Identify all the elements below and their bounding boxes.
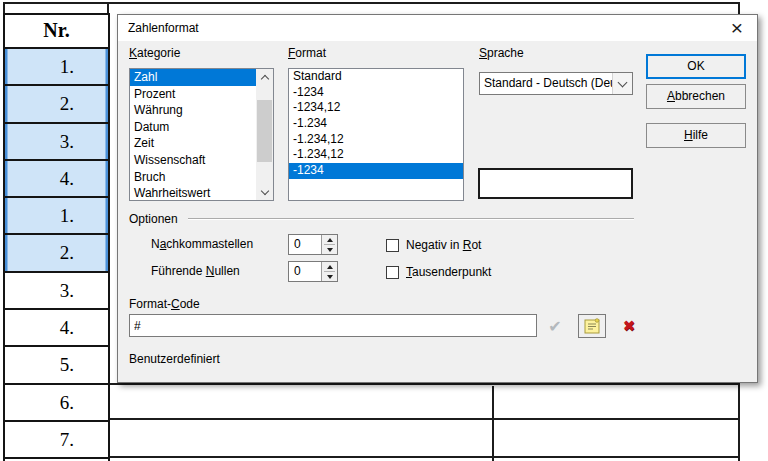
format-preview-box bbox=[478, 168, 633, 199]
kategorie-scrollbar[interactable] bbox=[256, 69, 273, 200]
grid-line bbox=[108, 418, 740, 420]
help-button[interactable]: Hilfe bbox=[646, 123, 746, 148]
format-code-label: Format-Code bbox=[129, 297, 200, 311]
leading-zeros-stepper[interactable]: 0 bbox=[288, 261, 338, 282]
ok-button[interactable]: OK bbox=[646, 54, 746, 79]
table-row[interactable]: 3. bbox=[5, 273, 108, 310]
delete-icon: ✖ bbox=[623, 317, 636, 335]
kategorie-item[interactable]: Währung bbox=[130, 102, 256, 119]
kategorie-item[interactable]: Wissenschaft bbox=[130, 152, 256, 169]
spin-up-icon[interactable] bbox=[322, 235, 337, 244]
format-item[interactable]: -1234 bbox=[289, 163, 463, 179]
kategorie-item[interactable]: Zahl bbox=[130, 69, 256, 86]
scrollbar-thumb[interactable] bbox=[257, 100, 272, 162]
checkmark-icon: ✔ bbox=[548, 317, 561, 336]
format-item[interactable]: -1234,12 bbox=[289, 100, 463, 116]
format-label: Format bbox=[288, 46, 326, 60]
language-select[interactable]: Standard - Deutsch (Deut bbox=[479, 72, 633, 95]
kategorie-item[interactable]: Bruch bbox=[130, 169, 256, 186]
thousands-separator-checkbox[interactable] bbox=[386, 266, 399, 279]
format-code-input[interactable] bbox=[129, 314, 537, 337]
thousands-separator-label: Tausenderpunkt bbox=[406, 265, 491, 279]
grid-line bbox=[108, 383, 740, 385]
table-row[interactable]: 2. bbox=[5, 235, 108, 272]
table-row[interactable]: 4. bbox=[5, 161, 108, 198]
kategorie-item[interactable]: Prozent bbox=[130, 86, 256, 103]
stepper-buttons bbox=[321, 235, 337, 254]
dialog-titlebar[interactable]: Zahlenformat × bbox=[118, 15, 757, 41]
kategorie-item[interactable]: Datum bbox=[130, 119, 256, 136]
format-code-status: Benutzerdefiniert bbox=[129, 352, 220, 366]
group-separator-line bbox=[188, 218, 634, 220]
table-row[interactable]: 6. bbox=[5, 385, 108, 422]
fuehrende-nullen-label: Führende Nullen bbox=[151, 264, 240, 278]
kategorie-label: Kategorie bbox=[129, 46, 180, 60]
format-item[interactable]: -1234 bbox=[289, 85, 463, 101]
format-item[interactable]: -1.234,12 bbox=[289, 132, 463, 148]
table-header-cell[interactable]: Nr. bbox=[5, 15, 108, 49]
spin-down-icon[interactable] bbox=[322, 245, 337, 254]
format-item[interactable]: Standard bbox=[289, 69, 463, 85]
note-icon bbox=[582, 317, 602, 336]
close-icon[interactable]: × bbox=[725, 17, 749, 39]
table-row[interactable]: 2. bbox=[5, 86, 108, 123]
chevron-down-icon[interactable] bbox=[612, 73, 632, 94]
table-row[interactable]: 1. bbox=[5, 49, 108, 86]
grid-line bbox=[3, 2, 740, 4]
format-item[interactable]: -1.234 bbox=[289, 116, 463, 132]
table-row[interactable]: 5. bbox=[5, 347, 108, 384]
scroll-up-icon[interactable] bbox=[256, 69, 273, 85]
decimals-value: 0 bbox=[294, 235, 301, 254]
table-row[interactable]: 3. bbox=[5, 124, 108, 161]
table-row[interactable]: 1. bbox=[5, 198, 108, 235]
negative-red-label: Negativ in Rot bbox=[406, 238, 481, 252]
edit-comment-button[interactable] bbox=[578, 314, 606, 338]
leading-zeros-value: 0 bbox=[294, 262, 301, 281]
decimals-stepper[interactable]: 0 bbox=[288, 234, 338, 255]
table-row[interactable]: 7. bbox=[5, 422, 108, 459]
screen: Nr. 1. 2. 3. 4. 1. 2. 3. 4. 5. 6. 7. Zah… bbox=[0, 0, 768, 461]
delete-format-button[interactable]: ✖ bbox=[615, 314, 643, 338]
zahlenformat-dialog: Zahlenformat × Kategorie Zahl Prozent Wä… bbox=[117, 14, 758, 383]
scroll-down-icon[interactable] bbox=[256, 184, 273, 200]
optionen-group-label: Optionen bbox=[129, 212, 178, 226]
stepper-buttons bbox=[321, 262, 337, 281]
spin-down-icon[interactable] bbox=[322, 272, 337, 281]
kategorie-item[interactable]: Wahrheitswert bbox=[130, 185, 256, 201]
grid-line bbox=[492, 386, 494, 461]
grid-line bbox=[108, 456, 740, 458]
kategorie-listbox: Zahl Prozent Währung Datum Zeit Wissensc… bbox=[129, 68, 274, 201]
nachkommastellen-label: Nachkommastellen bbox=[151, 237, 253, 251]
cancel-button[interactable]: Abbrechen bbox=[646, 84, 746, 109]
nr-column-table: Nr. 1. 2. 3. 4. 1. 2. 3. 4. 5. 6. 7. bbox=[3, 13, 110, 461]
kategorie-item[interactable]: Zeit bbox=[130, 135, 256, 152]
apply-format-button[interactable]: ✔ bbox=[541, 314, 569, 338]
format-listbox: Standard -1234 -1234,12 -1.234 -1.234,12… bbox=[288, 68, 464, 201]
table-row[interactable]: 4. bbox=[5, 310, 108, 347]
sprache-label: Sprache bbox=[479, 46, 524, 60]
dialog-title: Zahlenformat bbox=[128, 21, 199, 35]
format-item[interactable]: -1.234,12 bbox=[289, 147, 463, 163]
spin-up-icon[interactable] bbox=[322, 262, 337, 271]
negative-red-checkbox[interactable] bbox=[386, 239, 399, 252]
language-selected-value: Standard - Deutsch (Deut bbox=[484, 73, 612, 94]
